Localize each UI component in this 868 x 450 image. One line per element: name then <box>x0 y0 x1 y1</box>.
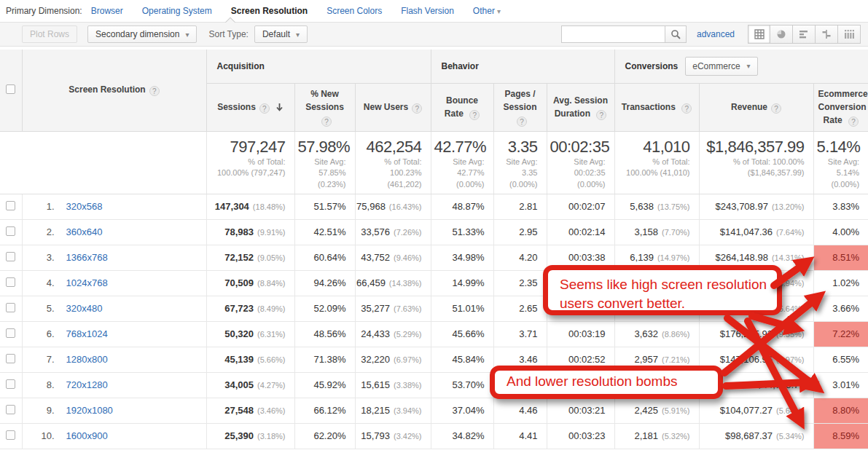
row-checkbox[interactable] <box>6 405 15 414</box>
row-checkbox[interactable] <box>6 226 15 236</box>
dimension-tab-flash-version[interactable]: Flash Version <box>401 6 454 16</box>
column-header-revenue[interactable]: Revenue? <box>699 83 813 131</box>
row-number: 7. <box>37 354 55 365</box>
analytics-report-page: Primary Dimension: Browser Operating Sys… <box>0 0 868 450</box>
resolution-link[interactable]: 1024x768 <box>66 277 108 288</box>
select-all-checkbox[interactable] <box>6 84 15 94</box>
cell-share: (7.21%) <box>662 355 690 364</box>
cell-share: (5.29%) <box>394 330 422 339</box>
resolution-link[interactable]: 320x480 <box>66 303 103 314</box>
dimension-tab-browser[interactable]: Browser <box>91 6 123 16</box>
column-header-session-duration[interactable]: Avg. Session Duration ? <box>547 83 614 131</box>
resolution-link[interactable]: 1366x768 <box>66 252 108 263</box>
dimension-tab-other[interactable]: Other▾ <box>473 6 501 16</box>
help-icon[interactable]: ? <box>681 103 692 114</box>
cell-value: 51.01% <box>452 303 484 314</box>
pages-session-cell: 4.46 <box>493 398 547 423</box>
help-icon[interactable]: ? <box>517 117 527 127</box>
row-checkbox[interactable] <box>6 379 15 389</box>
performance-view-icon[interactable] <box>793 25 816 44</box>
cell-value: $243,708.97 <box>716 201 768 212</box>
help-icon[interactable]: ? <box>149 86 160 96</box>
sessions-cell: 67,723(8.49%) <box>206 296 294 321</box>
column-header-sessions[interactable]: Sessions? <box>206 83 294 131</box>
help-icon[interactable]: ? <box>848 117 859 127</box>
resolution-link[interactable]: 720x1280 <box>66 379 108 390</box>
dimension-tab-screen-resolution[interactable]: Screen Resolution <box>231 6 308 16</box>
pivot-view-icon[interactable] <box>838 25 861 44</box>
cell-share: (3.94%) <box>394 406 422 415</box>
column-header-bounce-rate[interactable]: Bounce Rate ? <box>431 83 493 131</box>
column-header-new-users[interactable]: New Users? <box>355 83 431 131</box>
cell-value: 78,983 <box>224 226 254 237</box>
help-icon[interactable]: ? <box>469 110 480 120</box>
new-sessions-cell: 60.64% <box>294 245 355 270</box>
cell-value: 60.64% <box>313 252 345 263</box>
column-header-new-sessions[interactable]: % New Sessions ? <box>294 83 355 131</box>
cell-value: 51.57% <box>313 201 345 212</box>
help-icon[interactable]: ? <box>412 103 422 114</box>
row-checkbox[interactable] <box>6 303 15 312</box>
row-checkbox[interactable] <box>6 201 15 210</box>
cell-value: 6,139 <box>630 252 654 263</box>
resolution-link[interactable]: 1920x1080 <box>66 405 113 416</box>
column-header-transactions[interactable]: Transactions ? <box>614 83 699 131</box>
help-icon[interactable]: ? <box>259 103 270 114</box>
new-users-cell: 33,576(7.26%) <box>355 219 431 245</box>
row-checkbox[interactable] <box>6 328 15 338</box>
help-icon[interactable]: ? <box>321 117 332 127</box>
resolution-link[interactable]: 360x640 <box>66 226 103 237</box>
table-row: 6.768x102450,320(6.31%)48.56%24,433(5.29… <box>0 321 868 347</box>
row-checkbox-cell <box>0 321 22 347</box>
session-duration-cell: 00:02:14 <box>547 219 614 245</box>
row-number: 1. <box>37 201 55 212</box>
conversions-goal-dropdown[interactable]: eCommerce▾ <box>685 57 757 76</box>
column-header-pages-session[interactable]: Pages / Session ? <box>493 83 547 131</box>
row-checkbox[interactable] <box>6 354 15 363</box>
advanced-search-link[interactable]: advanced <box>697 29 735 39</box>
percentage-view-icon[interactable] <box>770 25 793 44</box>
search-input[interactable] <box>561 25 665 43</box>
dimension-tab-operating-system[interactable]: Operating System <box>142 6 212 16</box>
cell-value: $176,225.93 <box>720 328 773 339</box>
sessions-cell: 70,509(8.84%) <box>206 270 294 296</box>
new-sessions-cell: 45.92% <box>294 372 355 398</box>
column-header-ecommerce-conversion-rate[interactable]: Ecommerce Conversion Rate ? <box>813 83 868 131</box>
cell-value: 53.70% <box>452 379 484 390</box>
search-button[interactable] <box>665 25 687 43</box>
row-checkbox-cell <box>0 245 22 270</box>
transactions-cell: 3,632(8.86%) <box>614 321 699 347</box>
sessions-cell: 34,005(4.27%) <box>206 372 294 398</box>
help-icon[interactable]: ? <box>771 103 781 114</box>
resolution-cell: 5.320x480 <box>22 296 206 321</box>
sessions-cell: 25,390(3.18%) <box>206 423 294 449</box>
table-view-icon[interactable] <box>748 25 770 44</box>
row-checkbox[interactable] <box>6 252 15 261</box>
dimension-column-header[interactable]: Screen Resolution? <box>22 50 206 131</box>
sort-type-dropdown[interactable]: Default▾ <box>254 25 308 43</box>
resolution-link[interactable]: 320x568 <box>66 201 103 212</box>
dimension-tab-screen-colors[interactable]: Screen Colors <box>327 6 382 16</box>
summary-new-sessions: 57.98%Site Avg:57.85%(0.23%) <box>294 131 355 194</box>
resolution-link[interactable]: 1600x900 <box>66 430 108 441</box>
row-checkbox[interactable] <box>6 430 15 440</box>
comparison-view-icon[interactable] <box>816 25 838 44</box>
resolution-link[interactable]: 1280x800 <box>66 354 108 365</box>
new-users-cell: 15,615(3.38%) <box>355 372 431 398</box>
help-icon[interactable]: ? <box>596 110 606 120</box>
secondary-dimension-dropdown[interactable]: Secondary dimension▾ <box>87 25 197 43</box>
table-row: 8.720x128034,005(4.27%)45.92%15,615(3.38… <box>0 372 868 398</box>
cell-value: 71.38% <box>313 354 345 365</box>
cell-share: (14.31%) <box>772 253 805 262</box>
new-sessions-cell: 52.09% <box>294 296 355 321</box>
cell-share: (5.91%) <box>662 406 690 415</box>
row-checkbox[interactable] <box>6 277 15 287</box>
search-icon <box>670 29 681 39</box>
resolution-link[interactable]: 768x1024 <box>66 328 108 339</box>
transactions-cell: 2,425(5.91%) <box>614 398 699 423</box>
cell-value: 67,723 <box>224 303 254 314</box>
conversion-rate-cell: 7.22% <box>813 321 868 347</box>
plot-rows-button[interactable]: Plot Rows <box>22 25 77 43</box>
cell-share: (13.75%) <box>657 202 690 211</box>
cell-value: 00:03:21 <box>568 405 606 416</box>
